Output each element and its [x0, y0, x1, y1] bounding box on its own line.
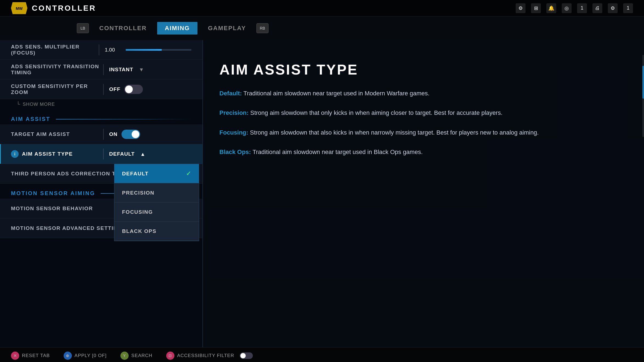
- option-default-label: DEFAULT: [122, 171, 149, 177]
- ads-timing-text: INSTANT: [109, 67, 133, 73]
- row-divider: [103, 149, 104, 159]
- info-label-default: Default:: [219, 90, 242, 97]
- tab-bar: LB CONTROLLER AIMING GAMEPLAY RB: [0, 16, 644, 40]
- target-aim-value: ON: [109, 130, 191, 139]
- option-black-ops-label: BLACK OPS: [122, 228, 156, 234]
- logo-area: MW CONTROLLER: [11, 2, 96, 14]
- row-divider: [103, 84, 104, 95]
- tab-controller[interactable]: CONTROLLER: [92, 22, 154, 35]
- toggle-knob-acc: [240, 353, 246, 358]
- toggle-knob-on: [132, 130, 139, 138]
- info-text-precision: Strong aim slowdown that only kicks in w…: [248, 109, 502, 116]
- top-bar: MW CONTROLLER ⚙ ⊞ 🔔 ◎ 1 🖨 ⚙ 1: [0, 0, 644, 16]
- tab-nav-left[interactable]: LB: [77, 23, 89, 33]
- info-panel: AIM ASSIST TYPE Default: Traditional aim…: [203, 40, 644, 347]
- aim-assist-type-text: DEFAULT: [109, 151, 135, 157]
- aim-type-info-icon: i: [11, 150, 19, 158]
- row-divider: [103, 129, 104, 140]
- ads-sens-value: 1.00: [105, 47, 191, 53]
- aim-assist-title: AIM ASSIST: [11, 116, 50, 122]
- ads-sens-label: ADS SENS. MULTIPLIER (FOCUS): [11, 44, 99, 56]
- slider-track[interactable]: [126, 49, 191, 51]
- settings-panel: ADS SENS. MULTIPLIER (FOCUS) 1.00 ADS SE…: [0, 40, 203, 347]
- slider-container[interactable]: 1.00: [105, 47, 191, 53]
- reset-label: RESET TAB: [22, 353, 50, 358]
- icon-2[interactable]: ⊞: [531, 3, 541, 13]
- target-aim-text: ON: [109, 131, 118, 137]
- dropdown-option-precision[interactable]: PRECISION: [114, 183, 199, 203]
- settings-row-ads-sens[interactable]: ADS SENS. MULTIPLIER (FOCUS) 1.00: [0, 40, 202, 60]
- accessibility-toggle[interactable]: [240, 352, 253, 359]
- accessibility-icon: ⊡: [166, 352, 174, 360]
- game-logo: MW: [11, 2, 27, 14]
- action-search[interactable]: Y SEARCH: [120, 352, 152, 360]
- action-apply[interactable]: ⊕ APPLY [0 OF]: [64, 352, 107, 360]
- icon-1[interactable]: ⚙: [516, 3, 526, 13]
- bottom-bar: ✕ RESET TAB ⊕ APPLY [0 OF] Y SEARCH ⊡ AC…: [0, 347, 644, 362]
- aim-assist-type-label: AIM ASSIST TYPE: [22, 151, 103, 157]
- dropdown-option-focusing[interactable]: FOCUSING: [114, 203, 199, 222]
- section-header-aim-assist: AIM ASSIST: [0, 109, 202, 124]
- check-icon: ✓: [186, 170, 191, 177]
- dropdown-arrow-icon: ▾: [140, 66, 143, 73]
- icon-4[interactable]: ◎: [562, 3, 572, 13]
- info-entry-focusing: Focusing: Strong aim slowdown that also …: [219, 128, 628, 137]
- settings-row-custom-sens[interactable]: CUSTOM SENSITIVITY PER ZOOM OFF: [0, 79, 202, 99]
- settings-row-ads-timing[interactable]: ADS SENSITIVITY TRANSITION TIMING INSTAN…: [0, 60, 202, 79]
- icon-7[interactable]: ⚙: [608, 3, 618, 13]
- row-divider: [103, 64, 104, 75]
- rb-icon: RB: [260, 26, 265, 30]
- indent-icon: └: [16, 101, 20, 107]
- apply-label: APPLY [0 OF]: [75, 353, 107, 358]
- info-text-default: Traditional aim slowdown near target use…: [242, 90, 430, 97]
- slider-fill: [126, 49, 162, 51]
- tab-nav-right[interactable]: RB: [256, 23, 269, 33]
- icon-8[interactable]: 1: [623, 3, 633, 13]
- row-divider: [99, 44, 99, 55]
- info-entry-default: Default: Traditional aim slowdown near t…: [219, 89, 628, 98]
- top-bar-icons: ⚙ ⊞ 🔔 ◎ 1 🖨 ⚙ 1: [516, 3, 633, 13]
- info-entry-precision: Precision: Strong aim slowdown that only…: [219, 108, 628, 118]
- page-title: CONTROLLER: [32, 4, 96, 13]
- icon-6[interactable]: 🖨: [592, 3, 602, 13]
- aim-assist-type-value: DEFAULT ▴: [109, 150, 191, 158]
- ads-timing-label: ADS SENSITIVITY TRANSITION TIMING: [11, 64, 103, 76]
- custom-sens-label: CUSTOM SENSITIVITY PER ZOOM: [11, 83, 103, 95]
- search-label: SEARCH: [131, 353, 152, 358]
- tab-gameplay[interactable]: GAMEPLAY: [200, 22, 254, 35]
- info-text-black-ops: Traditional aim slowdown near target use…: [251, 149, 423, 155]
- lb-icon: LB: [80, 26, 85, 30]
- svg-text:MW: MW: [16, 6, 23, 11]
- motion-sensor-title: MOTION SENSOR AIMING: [11, 190, 95, 196]
- search-icon: Y: [120, 352, 129, 360]
- action-reset-tab[interactable]: ✕ RESET TAB: [11, 352, 50, 360]
- info-panel-title: AIM ASSIST TYPE: [219, 62, 628, 78]
- option-precision-label: PRECISION: [122, 190, 154, 196]
- settings-row-target-aim[interactable]: TARGET AIM ASSIST ON: [0, 124, 202, 144]
- info-label-focusing: Focusing:: [219, 129, 248, 136]
- reset-icon: ✕: [11, 352, 19, 360]
- show-more-text: SHOW MORE: [23, 102, 55, 107]
- target-aim-label: TARGET AIM ASSIST: [11, 131, 103, 137]
- apply-icon: ⊕: [64, 352, 72, 360]
- icon-5[interactable]: 1: [577, 3, 587, 13]
- dropdown-up-arrow-icon: ▴: [141, 150, 144, 158]
- action-accessibility[interactable]: ⊡ ACCESSIBILITY FILTER: [166, 351, 256, 360]
- settings-row-aim-assist-type[interactable]: i AIM ASSIST TYPE DEFAULT ▴ DEFAULT ✓ PR…: [0, 144, 202, 164]
- accessibility-label: ACCESSIBILITY FILTER: [177, 353, 234, 358]
- ads-timing-value: INSTANT ▾: [109, 66, 191, 73]
- info-entry-black-ops: Black Ops: Traditional aim slowdown near…: [219, 147, 628, 157]
- target-aim-toggle[interactable]: [122, 130, 140, 139]
- icon-3[interactable]: 🔔: [546, 3, 556, 13]
- dropdown-option-black-ops[interactable]: BLACK OPS: [114, 222, 199, 241]
- custom-sens-toggle[interactable]: [124, 85, 143, 94]
- show-more[interactable]: └ SHOW MORE: [0, 99, 202, 109]
- dropdown-option-default[interactable]: DEFAULT ✓: [114, 164, 199, 183]
- toggle-knob: [125, 85, 133, 93]
- custom-sens-value: OFF: [109, 85, 191, 94]
- custom-sens-text: OFF: [109, 86, 120, 92]
- aim-assist-type-dropdown: DEFAULT ✓ PRECISION FOCUSING BLACK OPS: [114, 164, 199, 241]
- tab-aiming[interactable]: AIMING: [157, 22, 197, 35]
- info-label-precision: Precision:: [219, 109, 248, 116]
- slider-value-text: 1.00: [105, 47, 121, 53]
